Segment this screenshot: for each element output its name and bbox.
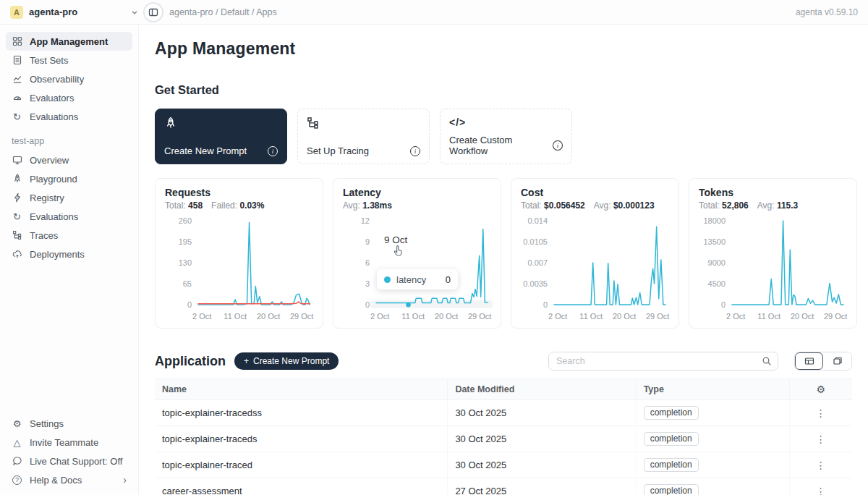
tooltip-date: 9 Oct xyxy=(384,234,407,245)
sidebar-item-invite-teammate[interactable]: △ Invite Teammate xyxy=(6,433,132,452)
svg-text:11 Oct: 11 Oct xyxy=(401,312,425,321)
sidebar-item-label: Settings xyxy=(30,418,64,429)
create-custom-workflow-card[interactable]: </> Create Custom Workflow i xyxy=(440,109,572,164)
workspace-name: agenta-pro xyxy=(29,7,124,17)
app-name[interactable]: topic-explainer-tracedss xyxy=(155,400,448,426)
refresh-icon: ↻ xyxy=(12,211,22,222)
help-icon: ? xyxy=(12,475,22,485)
sidebar-item-evaluations[interactable]: ↻ Evaluations xyxy=(6,107,132,126)
chart-stats: Total: $0.056452 Avg: $0.000123 xyxy=(521,200,669,211)
svg-text:11 Oct: 11 Oct xyxy=(757,312,780,321)
card-view-button[interactable] xyxy=(823,352,851,370)
workspace-selector[interactable]: A agenta-pro xyxy=(10,6,139,19)
sidebar-item-help-docs[interactable]: ? Help & Docs › xyxy=(6,470,132,489)
requests-chart[interactable]: 0651301952602 Oct11 Oct20 Oct29 Oct xyxy=(165,213,313,326)
table-row[interactable]: topic-explainer-tracedss 30 Oct 2025 com… xyxy=(155,400,852,426)
sidebar-item-app-management[interactable]: App Management xyxy=(6,32,132,51)
table-row[interactable]: career-assessment 27 Oct 2025 completion… xyxy=(155,478,852,495)
svg-text:260: 260 xyxy=(179,216,192,225)
info-icon[interactable]: i xyxy=(410,146,420,156)
sidebar-footer: ⚙ Settings △ Invite Teammate Live Chat S… xyxy=(6,414,132,489)
sidebar-item-label: Evaluations xyxy=(30,211,78,222)
app-name[interactable]: topic-explainer-traced xyxy=(155,452,448,478)
chart-title: Latency xyxy=(343,187,491,198)
column-header-type[interactable]: Type xyxy=(636,379,789,400)
monitor-icon xyxy=(12,155,22,165)
svg-text:9000: 9000 xyxy=(708,258,726,267)
info-icon[interactable]: i xyxy=(268,146,278,156)
type-badge: completion xyxy=(644,432,699,446)
create-new-prompt-card[interactable]: Create New Prompt i xyxy=(155,109,287,164)
sidebar-item-label: Evaluations xyxy=(30,111,78,122)
chart-title: Cost xyxy=(521,187,669,198)
table-row[interactable]: topic-explainer-traced 30 Oct 2025 compl… xyxy=(155,452,852,478)
card-label: Create New Prompt xyxy=(164,145,247,156)
create-new-prompt-button[interactable]: + Create New Prompt xyxy=(234,352,339,370)
code-icon: </> xyxy=(449,117,563,128)
tokens-chart[interactable]: 04500900013500180002 Oct11 Oct20 Oct29 O… xyxy=(699,213,847,326)
chevron-down-icon xyxy=(130,8,139,17)
sidebar-item-evaluators[interactable]: Evaluators xyxy=(6,88,132,107)
search-icon[interactable] xyxy=(762,356,772,366)
info-icon[interactable]: i xyxy=(553,140,563,151)
sidebar-item-traces[interactable]: Traces xyxy=(6,226,132,245)
column-header-date-modified[interactable]: Date Modified xyxy=(448,379,636,400)
svg-text:20 Oct: 20 Oct xyxy=(613,312,636,321)
sidebar-item-live-chat[interactable]: Live Chat Support: Off xyxy=(6,452,132,470)
set-up-tracing-card[interactable]: Set Up Tracing i xyxy=(297,109,430,164)
date-modified: 27 Oct 2025 xyxy=(448,478,636,495)
type-badge: completion xyxy=(644,458,699,472)
svg-text:0.0035: 0.0035 xyxy=(523,279,548,288)
app-name[interactable]: career-assessment xyxy=(155,478,448,495)
row-menu-icon[interactable]: ⋮ xyxy=(816,433,826,445)
main-content: App Management Get Started Create New Pr… xyxy=(139,25,868,495)
sidebar-item-overview[interactable]: Overview xyxy=(6,151,132,169)
column-header-name[interactable]: Name xyxy=(155,379,448,400)
row-menu-icon[interactable]: ⋮ xyxy=(816,486,826,495)
applications-table: Name Date Modified Type ⚙ topic-explaine… xyxy=(155,378,852,495)
table-view-button[interactable] xyxy=(795,352,823,370)
chart-stats: Total: 52,806 Avg: 115.3 xyxy=(699,200,847,211)
date-modified: 30 Oct 2025 xyxy=(448,452,636,478)
svg-text:11 Oct: 11 Oct xyxy=(579,312,603,321)
svg-text:2 Oct: 2 Oct xyxy=(370,312,389,321)
lightning-icon xyxy=(12,192,22,203)
sidebar-item-deployments[interactable]: Deployments xyxy=(6,245,132,263)
app-version: agenta v0.59.10 xyxy=(796,7,858,17)
sidebar-item-test-sets[interactable]: Test Sets xyxy=(6,51,132,69)
row-menu-icon[interactable]: ⋮ xyxy=(816,460,826,471)
rocket-icon xyxy=(12,174,22,184)
search-input[interactable] xyxy=(556,356,762,366)
sidebar-item-settings[interactable]: ⚙ Settings xyxy=(6,414,132,433)
table-settings-gear-icon[interactable]: ⚙ xyxy=(817,384,826,395)
sidebar-item-label: Invite Teammate xyxy=(30,437,98,448)
page-title: App Management xyxy=(155,39,852,59)
cost-card: Cost Total: $0.056452 Avg: $0.000123 00.… xyxy=(511,178,679,329)
sidebar-item-playground[interactable]: Playground xyxy=(6,169,132,188)
app-name[interactable]: topic-explainer-traceds xyxy=(155,426,448,452)
chart-tooltip: latency 0 xyxy=(377,269,458,289)
sidebar-item-label: Registry xyxy=(30,192,64,203)
svg-text:6: 6 xyxy=(365,258,370,267)
card-label: Create Custom Workflow xyxy=(449,135,553,156)
row-menu-icon[interactable]: ⋮ xyxy=(816,407,826,419)
svg-text:4500: 4500 xyxy=(708,279,726,288)
get-started-cards: Create New Prompt i Set Up Tracing i </>… xyxy=(155,109,852,164)
sidebar-item-observability[interactable]: Observability xyxy=(6,69,132,88)
svg-text:2 Oct: 2 Oct xyxy=(192,312,211,321)
cost-chart[interactable]: 00.00350.0070.01050.0142 Oct11 Oct20 Oct… xyxy=(521,213,669,326)
svg-text:0.0105: 0.0105 xyxy=(523,237,548,246)
table-row[interactable]: topic-explainer-traceds 30 Oct 2025 comp… xyxy=(155,426,852,452)
sidebar-item-label: Playground xyxy=(30,174,77,185)
sidebar-item-evaluations-app[interactable]: ↻ Evaluations xyxy=(6,207,132,226)
svg-text:0: 0 xyxy=(543,300,548,309)
svg-text:0.014: 0.014 xyxy=(527,216,548,225)
svg-text:20 Oct: 20 Oct xyxy=(435,312,458,321)
breadcrumb[interactable]: agenta-pro / Default / Apps xyxy=(169,7,796,17)
card-label: Set Up Tracing xyxy=(307,145,369,156)
plus-icon: + xyxy=(244,356,249,366)
sidebar-item-registry[interactable]: Registry xyxy=(6,188,132,207)
svg-text:0: 0 xyxy=(365,300,370,309)
trace-tree-icon xyxy=(12,230,22,240)
sidebar-toggle-button[interactable] xyxy=(143,2,163,22)
